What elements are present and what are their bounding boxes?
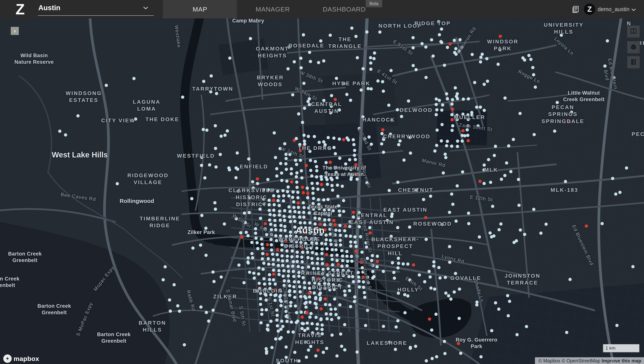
sensor-dot[interactable] bbox=[497, 308, 500, 311]
sensor-dot[interactable] bbox=[480, 53, 484, 56]
sensor-dot[interactable] bbox=[328, 228, 332, 231]
sensor-dot[interactable] bbox=[408, 278, 412, 282]
sensor-dot[interactable] bbox=[466, 128, 469, 131]
sensor-dot[interactable] bbox=[320, 233, 323, 236]
sensor-dot[interactable] bbox=[317, 61, 320, 64]
sensor-dot[interactable] bbox=[470, 111, 474, 114]
sensor-dot[interactable] bbox=[454, 53, 458, 56]
sensor-dot[interactable] bbox=[406, 262, 410, 266]
sensor-dot[interactable] bbox=[444, 291, 448, 295]
sensor-dot[interactable] bbox=[270, 228, 273, 231]
sensor-dot-alert[interactable] bbox=[302, 191, 305, 194]
sensor-dot[interactable] bbox=[294, 159, 297, 162]
sensor-dot[interactable] bbox=[382, 325, 385, 328]
sensor-dot[interactable] bbox=[279, 229, 282, 232]
sensor-dot[interactable] bbox=[312, 291, 316, 294]
sensor-dot[interactable] bbox=[300, 236, 303, 239]
sensor-dot[interactable] bbox=[300, 260, 304, 263]
sensor-dot[interactable] bbox=[292, 275, 295, 278]
sensor-dot[interactable] bbox=[322, 99, 326, 102]
sensor-dot[interactable] bbox=[280, 328, 283, 331]
sensor-dot[interactable] bbox=[350, 178, 353, 181]
sensor-dot[interactable] bbox=[306, 256, 310, 259]
sensor-dot[interactable] bbox=[359, 235, 362, 238]
sensor-dot[interactable] bbox=[259, 217, 262, 220]
sensor-dot[interactable] bbox=[390, 215, 393, 218]
sensor-dot[interactable] bbox=[482, 168, 486, 171]
sensor-dot[interactable] bbox=[280, 304, 283, 307]
sensor-dot[interactable] bbox=[525, 325, 528, 328]
sensor-dot[interactable] bbox=[258, 208, 262, 211]
sensor-dot[interactable] bbox=[308, 281, 311, 285]
sensor-dot[interactable] bbox=[329, 223, 332, 226]
sensor-dot[interactable] bbox=[408, 226, 411, 229]
sensor-dot[interactable] bbox=[308, 150, 312, 153]
sensor-dot[interactable] bbox=[262, 268, 265, 271]
sensor-dot[interactable] bbox=[321, 188, 324, 192]
sensor-dot[interactable] bbox=[288, 45, 291, 49]
sensor-dot[interactable] bbox=[298, 143, 302, 146]
sensor-dot[interactable] bbox=[356, 177, 359, 181]
sensor-dot[interactable] bbox=[424, 46, 428, 49]
sensor-dot[interactable] bbox=[316, 267, 320, 270]
sensor-dot[interactable] bbox=[291, 196, 294, 199]
sensor-dot[interactable] bbox=[279, 234, 282, 238]
sensor-dot[interactable] bbox=[333, 297, 336, 301]
sensor-dot[interactable] bbox=[286, 320, 289, 323]
sensor-dot[interactable] bbox=[341, 259, 344, 262]
sensor-dot[interactable] bbox=[164, 265, 167, 268]
sensor-dot-alert[interactable] bbox=[240, 235, 244, 239]
sensor-dot[interactable] bbox=[285, 244, 288, 248]
sensor-dot[interactable] bbox=[381, 80, 384, 83]
sensor-dot[interactable] bbox=[226, 129, 229, 133]
sensor-dot[interactable] bbox=[327, 218, 330, 222]
sensor-dot[interactable] bbox=[363, 291, 366, 294]
sensor-dot[interactable] bbox=[287, 194, 290, 198]
sensor-dot[interactable] bbox=[268, 199, 271, 202]
sensor-dot[interactable] bbox=[402, 158, 406, 162]
sensor-dot[interactable] bbox=[307, 135, 310, 138]
sensor-dot[interactable] bbox=[284, 235, 288, 238]
sensor-dot[interactable] bbox=[315, 175, 318, 178]
sensor-dot[interactable] bbox=[314, 216, 317, 220]
sensor-dot[interactable] bbox=[275, 174, 278, 177]
sensor-dot[interactable] bbox=[306, 251, 309, 254]
sensor-dot-alert[interactable] bbox=[305, 311, 308, 314]
sensor-dot[interactable] bbox=[492, 234, 496, 238]
sensor-dot[interactable] bbox=[440, 108, 444, 112]
sensor-dot[interactable] bbox=[302, 134, 306, 137]
sensor-dot[interactable] bbox=[273, 294, 276, 297]
sensor-dot[interactable] bbox=[454, 86, 457, 89]
sensor-dot[interactable] bbox=[354, 35, 358, 38]
sensor-dot[interactable] bbox=[301, 270, 304, 273]
sensor-dot[interactable] bbox=[350, 168, 353, 171]
sensor-dot[interactable] bbox=[295, 186, 298, 189]
sensor-dot[interactable] bbox=[306, 327, 309, 330]
sensor-dot[interactable] bbox=[256, 182, 259, 185]
sensor-dot[interactable] bbox=[390, 69, 393, 72]
sensor-dot[interactable] bbox=[284, 153, 288, 156]
sensor-dot[interactable] bbox=[337, 204, 340, 208]
sensor-dot[interactable] bbox=[430, 328, 433, 332]
sensor-dot[interactable] bbox=[242, 281, 246, 284]
sensor-dot[interactable] bbox=[213, 201, 216, 205]
sensor-dot[interactable] bbox=[436, 128, 439, 132]
sensor-dot[interactable] bbox=[323, 218, 326, 222]
sensor-dot[interactable] bbox=[412, 64, 415, 67]
user-avatar[interactable]: Z bbox=[584, 4, 595, 15]
sensor-dot[interactable] bbox=[371, 270, 374, 273]
sensor-dot[interactable] bbox=[334, 313, 338, 316]
sensor-dot[interactable] bbox=[334, 229, 338, 232]
sensor-dot[interactable] bbox=[339, 332, 342, 336]
sensor-dot[interactable] bbox=[276, 253, 279, 256]
sensor-dot[interactable] bbox=[257, 272, 260, 276]
sensor-dot[interactable] bbox=[334, 171, 338, 174]
sensor-dot[interactable] bbox=[482, 109, 486, 112]
sensor-dot[interactable] bbox=[508, 300, 511, 303]
sensor-dot[interactable] bbox=[321, 262, 324, 265]
sensor-dot[interactable] bbox=[274, 156, 277, 159]
sensor-dot-alert[interactable] bbox=[333, 223, 336, 226]
sensor-dot[interactable] bbox=[275, 239, 278, 242]
sensor-dot[interactable] bbox=[348, 285, 351, 288]
sensor-dot[interactable] bbox=[105, 84, 108, 87]
